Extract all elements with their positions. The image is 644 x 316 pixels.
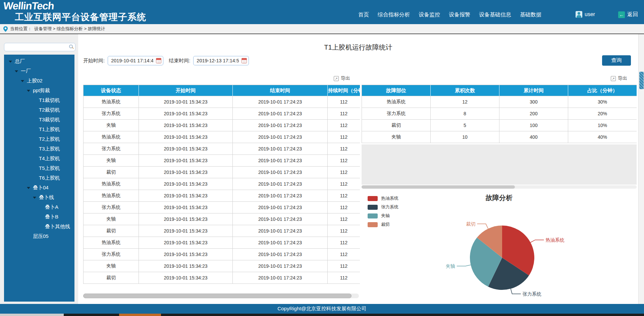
column-header: 累积次数 — [431, 85, 499, 96]
table-cell: 112 — [328, 120, 360, 131]
tree-item[interactable]: T1裁切机 — [4, 96, 74, 105]
tree-item-label: T1裁切机 — [39, 97, 60, 104]
table-cell: 2019-10-01 15:34:23 — [139, 167, 233, 178]
tree-item-label: T3裁切机 — [39, 117, 60, 123]
end-time-input[interactable] — [196, 57, 239, 64]
export-status-table-button[interactable]: ↗ 导出 — [334, 74, 350, 82]
table-cell: 2019-10-01 15:34:23 — [139, 120, 233, 131]
vscrollbar-thumb[interactable] — [639, 72, 644, 89]
back-button[interactable]: ← 返回 — [618, 11, 638, 18]
table-row: 热油系统1230030% — [362, 96, 637, 108]
tree-item[interactable]: 一厂 — [4, 66, 74, 76]
page-title: T1上胶机运行故障统计 — [78, 43, 638, 52]
table-cell: 2019-10-01 17:24:23 — [233, 249, 328, 260]
nav-item[interactable]: 设备报警 — [449, 11, 470, 18]
tree-item[interactable]: T2裁切机 — [4, 105, 74, 115]
table-row: 裁切2019-10-01 15:34:232019-10-01 17:24:23… — [84, 167, 360, 178]
calendar-icon[interactable] — [241, 58, 247, 63]
search-input[interactable] — [6, 44, 67, 51]
pie-slice-label: 夹轴 — [446, 263, 455, 269]
nav-menu: 首页综合指标分析设备监控设备报警设备基础信息基础数据 — [358, 5, 541, 24]
pie-slice-label: 张力系统 — [523, 291, 541, 297]
tree-expand-icon[interactable] — [15, 70, 18, 72]
table-cell: 2019-10-01 17:24:23 — [233, 131, 328, 143]
tree-item[interactable]: 叠卜线 — [4, 193, 74, 202]
tree-expand-icon[interactable] — [9, 61, 12, 63]
table-cell: 热油系统 — [84, 178, 139, 190]
nav-item[interactable]: 设备基础信息 — [479, 11, 511, 18]
table-row: 夹轴1040040% — [362, 131, 637, 143]
table-cell: 2019-10-01 17:24:23 — [233, 108, 328, 120]
tree-item[interactable]: 叠卜其他线 — [4, 222, 74, 232]
nav-item[interactable]: 综合指标分析 — [378, 11, 410, 18]
nav-item[interactable]: 首页 — [358, 11, 369, 18]
breadcrumb: 当前位置： 设备管理 > 综合指标分析 > 故障统计 — [0, 24, 644, 34]
start-time-label: 开始时间: — [83, 58, 105, 64]
table-cell: 夹轴 — [84, 155, 139, 167]
table-cell: 2019-10-01 15:34:23 — [139, 260, 233, 272]
tree-item[interactable]: T3上胶机 — [4, 144, 74, 154]
tree-expand-icon[interactable] — [21, 80, 24, 82]
user-menu[interactable]: user — [576, 11, 595, 18]
table-cell: 2019-10-01 15:34:23 — [139, 155, 233, 167]
nav-item[interactable]: 基础数据 — [520, 11, 541, 18]
table-cell: 112 — [328, 225, 360, 237]
tree-item[interactable]: T6上胶机 — [4, 173, 74, 183]
table-cell: 100 — [499, 120, 568, 131]
table-cell: 张力系统 — [84, 143, 139, 155]
tree-item[interactable]: T3裁切机 — [4, 115, 74, 125]
tree-expand-icon[interactable] — [27, 90, 30, 92]
table-cell: 112 — [328, 237, 360, 249]
hscrollbar-thumb[interactable] — [83, 294, 352, 298]
table-cell: 2019-10-01 17:24:23 — [233, 96, 328, 108]
tree-item[interactable]: 叠卜A — [4, 202, 74, 212]
tree-item[interactable]: 叠卜04 — [4, 183, 74, 193]
table-cell: 112 — [328, 249, 360, 260]
table-cell: 112 — [328, 213, 360, 225]
tree-expand-icon[interactable] — [33, 197, 36, 199]
tree-item[interactable]: T4上胶机 — [4, 154, 74, 164]
start-time-input[interactable] — [110, 57, 154, 64]
tree-item[interactable]: ppt剪裁 — [4, 86, 74, 96]
table-cell: 112 — [328, 272, 360, 284]
pie-slice-label: 裁切 — [466, 221, 475, 227]
tree-item-label: T6上胶机 — [39, 175, 60, 181]
end-time-label: 结束时间: — [169, 58, 190, 64]
tree-item-label: 上胶02 — [27, 78, 43, 84]
tree-item[interactable]: T5上胶机 — [4, 164, 74, 173]
table-cell: 2019-10-01 17:24:23 — [233, 213, 328, 225]
filter-bar: 开始时间: 结束时间: — [83, 55, 254, 66]
tree-item[interactable]: 层压05 — [4, 232, 74, 241]
tree-expand-icon[interactable] — [27, 187, 30, 189]
column-header: 累计时间 — [499, 85, 568, 96]
tree-item[interactable]: 叠卜B — [4, 212, 74, 222]
tree-item-label: T2裁切机 — [39, 107, 60, 113]
tree-item-label: 叠卜A — [45, 204, 58, 210]
nav-item[interactable]: 设备监控 — [419, 11, 440, 18]
pie-label-line — [511, 289, 521, 294]
tree-item-label: 叠卜B — [45, 214, 58, 220]
tree-item[interactable]: T2上胶机 — [4, 134, 74, 144]
export-fault-table-button[interactable]: ↗ 导出 — [611, 74, 627, 82]
back-label: 返回 — [627, 11, 638, 18]
query-button[interactable]: 查询 — [602, 55, 631, 66]
search-icon[interactable] — [69, 45, 73, 48]
taskbar-strip — [0, 314, 644, 316]
tree-item-label: T1上胶机 — [39, 126, 60, 133]
table-cell: 2019-10-01 15:34:23 — [139, 202, 233, 213]
table-cell: 夹轴 — [84, 213, 139, 225]
table-cell: 112 — [328, 131, 360, 143]
tree-item[interactable]: 上胶02 — [4, 76, 74, 86]
table-cell: 夹轴 — [84, 260, 139, 272]
tree-item[interactable]: 总厂 — [4, 57, 74, 66]
tree-item[interactable]: T1上胶机 — [4, 125, 74, 134]
table-cell: 夹轴 — [84, 120, 139, 131]
table-cell: 2019-10-01 17:24:23 — [233, 120, 328, 131]
tree-item-label: 叠卜其他线 — [45, 224, 70, 230]
table-row: 热油系统2019-10-01 15:34:232019-10-01 17:24:… — [84, 178, 360, 190]
column-header: 开始时间 — [139, 85, 233, 96]
calendar-icon[interactable] — [156, 58, 161, 63]
hscrollbar-thumb[interactable] — [362, 185, 515, 189]
table-row: 热油系统2019-10-01 15:34:232019-10-01 17:24:… — [84, 131, 360, 143]
table-cell: 2019-10-01 17:24:23 — [233, 237, 328, 249]
